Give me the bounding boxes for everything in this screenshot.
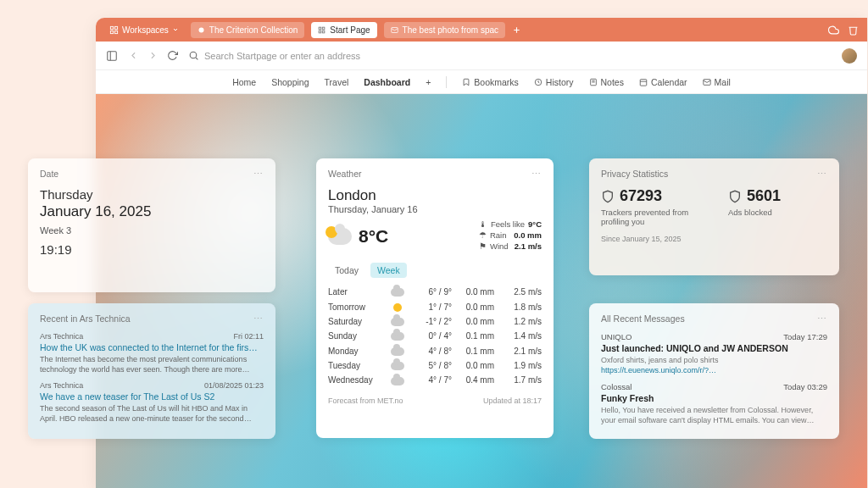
svg-rect-3 <box>114 30 117 33</box>
widget-menu-icon[interactable]: ⋯ <box>817 313 827 324</box>
weather-widget: Weather⋯ London Thursday, January 16 8°C… <box>316 158 554 438</box>
history-icon <box>534 78 542 86</box>
forecast-row: Monday4° / 8°0.1 mm2.1 m/s <box>328 343 542 358</box>
grid-icon <box>318 26 326 34</box>
forward-icon[interactable] <box>147 50 159 61</box>
menu-shopping[interactable]: Shopping <box>271 77 309 87</box>
menu-mail[interactable]: Mail <box>703 77 731 87</box>
menu-add[interactable]: + <box>426 77 431 87</box>
circle-icon <box>198 26 205 34</box>
bookmark-icon <box>462 78 470 86</box>
address-bar: Search Startpage or enter an address <box>96 42 867 70</box>
trackers-label: Trackers prevented from profiling you <box>601 208 703 226</box>
svg-rect-5 <box>319 27 321 30</box>
widget-title: Date <box>40 169 58 179</box>
chevron-down-icon <box>172 26 179 33</box>
workspaces-menu[interactable]: Workspaces <box>104 23 184 37</box>
svg-rect-0 <box>110 26 113 29</box>
widget-menu-icon[interactable]: ⋯ <box>253 313 264 324</box>
widget-title: Recent in Ars Technica <box>40 313 131 324</box>
privacy-widget: Privacy Statistics⋯ 67293 Trackers preve… <box>589 158 839 275</box>
date-time: 19:19 <box>40 242 264 257</box>
forecast-row: Wednesday4° / 7°0.4 mm1.7 m/s <box>328 373 542 387</box>
mail-icon <box>391 26 398 34</box>
menu-notes[interactable]: Notes <box>589 77 624 87</box>
date-full: January 16, 2025 <box>40 203 264 220</box>
weather-icon <box>328 228 352 245</box>
forecast-row: Tomorrow1° / 7°0.0 mm1.8 m/s <box>328 299 542 313</box>
forecast-list: Later6° / 9°0.0 mm2.5 m/sTomorrow1° / 7°… <box>328 285 542 388</box>
messages-widget: All Recent Messages⋯ UNIQLOToday 17:29Ju… <box>589 303 839 439</box>
search-icon <box>188 50 199 61</box>
svg-rect-20 <box>640 79 647 86</box>
svg-rect-7 <box>319 30 321 33</box>
flag-icon: ⚑ <box>479 241 487 251</box>
svg-line-15 <box>196 58 198 59</box>
menu-home[interactable]: Home <box>232 77 256 87</box>
svg-rect-1 <box>114 26 117 29</box>
weather-tab-today[interactable]: Today <box>328 263 365 278</box>
tab-photo[interactable]: The best photo from spac <box>384 22 505 38</box>
calendar-icon <box>639 78 648 86</box>
thermometer-icon: 🌡 <box>479 219 487 229</box>
weather-tab-week[interactable]: Week <box>370 263 407 278</box>
back-icon[interactable] <box>128 50 139 61</box>
privacy-since: Since January 15, 2025 <box>601 235 827 243</box>
news-item[interactable]: Ars TechnicaFri 02:11How the UK was conn… <box>40 332 264 374</box>
sidebar-toggle-icon[interactable] <box>106 50 118 62</box>
tabbar: Workspaces The Criterion Collection Star… <box>96 18 867 42</box>
trash-icon[interactable] <box>848 25 859 36</box>
svg-rect-2 <box>110 30 113 33</box>
date-widget: Date⋯ Thursday January 16, 2025 Week 3 1… <box>28 158 275 292</box>
widget-title: Weather <box>328 169 362 179</box>
umbrella-icon: ☂ <box>479 230 487 240</box>
reload-icon[interactable] <box>167 50 178 61</box>
news-widget: Recent in Ars Technica⋯ Ars TechnicaFri … <box>28 303 275 439</box>
svg-rect-8 <box>323 30 326 33</box>
date-week: Week 3 <box>40 225 264 236</box>
menu-history[interactable]: History <box>534 77 574 87</box>
widget-menu-icon[interactable]: ⋯ <box>253 169 264 179</box>
widget-menu-icon[interactable]: ⋯ <box>531 169 542 179</box>
ads-label: Ads blocked <box>728 208 781 217</box>
cloud-icon[interactable] <box>828 25 839 36</box>
svg-rect-6 <box>323 27 326 30</box>
add-tab-icon[interactable] <box>512 25 521 35</box>
message-item[interactable]: ColossalToday 03:29Funky FreshHello, You… <box>601 382 827 425</box>
svg-rect-12 <box>108 51 117 60</box>
menu-bookmarks[interactable]: Bookmarks <box>462 77 519 87</box>
avatar[interactable] <box>842 48 857 64</box>
forecast-row: Later6° / 9°0.0 mm2.5 m/s <box>328 285 542 299</box>
forecast-row: Sunday0° / 4°0.1 mm1.4 m/s <box>328 329 542 343</box>
news-item[interactable]: Ars Technica01/08/2025 01:23We have a ne… <box>40 381 264 424</box>
forecast-source: Forecast from MET.no <box>328 396 403 405</box>
date-day: Thursday <box>40 187 264 202</box>
svg-point-4 <box>198 27 203 32</box>
weather-details: 🌡Feels like 9°C ☂Rain 0.0 mm ⚑Wind 2.1 m… <box>479 219 542 252</box>
mail-icon <box>703 78 711 86</box>
weather-city: London <box>328 187 542 204</box>
tab-criterion[interactable]: The Criterion Collection <box>191 22 305 38</box>
menu-dashboard[interactable]: Dashboard <box>364 77 410 87</box>
widget-menu-icon[interactable]: ⋯ <box>817 169 827 179</box>
notes-icon <box>589 78 598 86</box>
menubar: Home Shopping Travel Dashboard + Bookmar… <box>96 70 867 94</box>
search-input[interactable]: Search Startpage or enter an address <box>188 50 832 61</box>
tab-start-page[interactable]: Start Page <box>311 22 376 38</box>
forecast-updated: Updated at 18:17 <box>483 396 542 405</box>
forecast-row: Saturday-1° / 2°0.0 mm1.2 m/s <box>328 314 542 329</box>
ads-count: 5601 <box>747 187 781 205</box>
menu-calendar[interactable]: Calendar <box>639 77 687 87</box>
divider <box>446 76 447 88</box>
weather-date: Thursday, January 16 <box>328 204 542 214</box>
widget-title: Privacy Statistics <box>601 169 668 179</box>
menu-travel[interactable]: Travel <box>325 77 349 87</box>
widget-title: All Recent Messages <box>601 313 685 324</box>
trackers-count: 67293 <box>620 187 662 205</box>
shield-icon <box>601 189 615 204</box>
weather-temp: 8°C <box>359 226 388 247</box>
message-item[interactable]: UNIQLOToday 17:29Just launched: UNIQLO a… <box>601 332 827 375</box>
shield-icon <box>728 189 742 204</box>
forecast-row: Tuesday5° / 8°0.0 mm1.9 m/s <box>328 358 542 373</box>
svg-point-14 <box>190 52 197 58</box>
